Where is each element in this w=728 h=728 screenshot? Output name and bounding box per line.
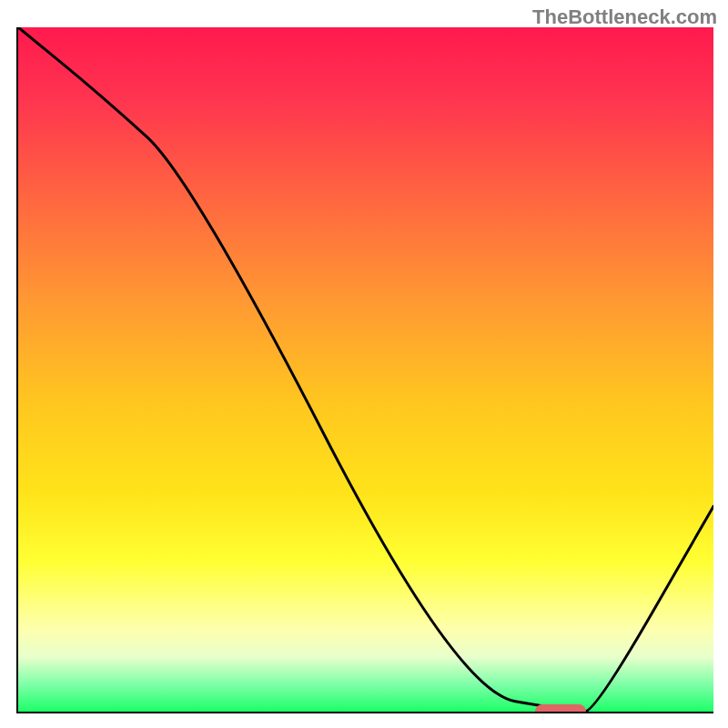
bottleneck-curve-svg [18,27,713,712]
chart-plot-area [16,27,713,713]
bottleneck-curve-path [18,27,713,712]
watermark-text: TheBottleneck.com [532,5,717,29]
optimal-marker [535,704,586,713]
